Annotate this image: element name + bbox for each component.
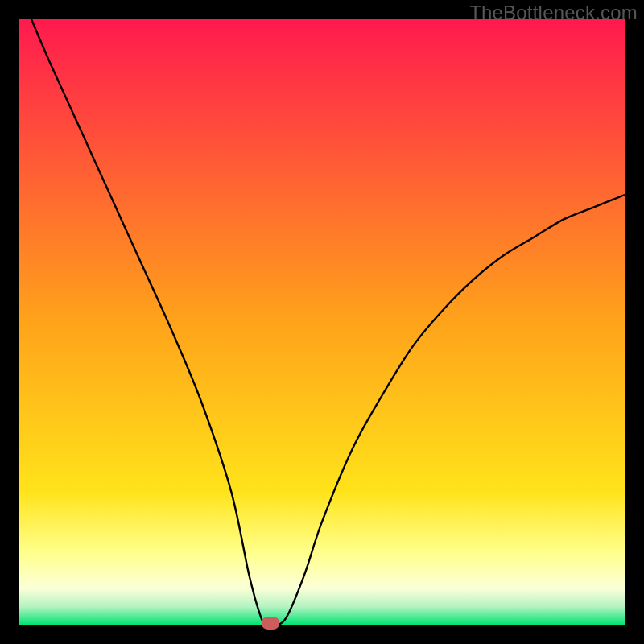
watermark-text: TheBottleneck.com — [469, 2, 638, 24]
chart-frame — [19, 19, 625, 625]
optimal-marker — [262, 617, 279, 630]
bottleneck-curve — [19, 19, 625, 625]
